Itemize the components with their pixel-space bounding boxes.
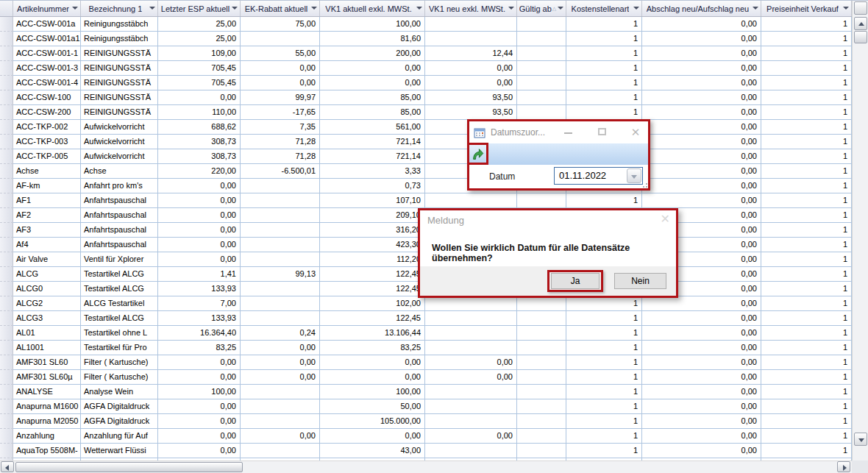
vertical-scroll-thumb[interactable] xyxy=(854,31,867,43)
grid-cell-letzter-esp[interactable]: 133,93 xyxy=(158,311,241,326)
grid-cell-vk1-aktuell[interactable]: 0,00 xyxy=(320,61,425,76)
grid-cell-artikelnummer[interactable]: AF-km xyxy=(13,179,81,193)
grid-cell-abschlag[interactable]: 0,00 xyxy=(642,444,761,458)
grid-cell-vk1-aktuell[interactable]: 423,30 xyxy=(320,238,425,252)
grid-cell-preiseinheit[interactable]: 1 xyxy=(761,444,852,458)
grid-cell-preiseinheit[interactable]: 1 xyxy=(761,32,852,46)
grid-cell-preiseinheit[interactable]: 1 xyxy=(761,296,852,311)
grid-cell-vk1-aktuell[interactable]: 122,45 xyxy=(320,267,425,282)
grid-cell-vk1-neu[interactable]: 0,00 xyxy=(425,76,517,90)
column-header-vk1-aktuell[interactable]: VK1 aktuell exkl. MWSt. xyxy=(320,1,425,16)
grid-cell-ek-rabatt[interactable] xyxy=(241,179,320,193)
grid-cell-ek-rabatt[interactable]: 99,97 xyxy=(241,90,320,105)
grid-cell-kostenstellenart[interactable]: 1 xyxy=(566,32,642,46)
row-header[interactable] xyxy=(0,208,13,223)
grid-cell-ek-rabatt[interactable]: 75,00 xyxy=(241,17,320,32)
grid-cell-gueltig-ab[interactable] xyxy=(517,341,566,355)
grid-cell-letzter-esp[interactable]: 0,00 xyxy=(158,208,241,223)
grid-cell-preiseinheit[interactable]: 1 xyxy=(761,46,852,61)
column-filter-arrow-icon[interactable] xyxy=(232,7,238,10)
row-header[interactable] xyxy=(0,46,13,61)
grid-cell-preiseinheit[interactable]: 1 xyxy=(761,429,852,444)
grid-cell-bezeichnung[interactable]: REINIGUNGSSTÄ xyxy=(81,61,158,76)
grid-cell-artikelnummer[interactable]: ANALYSE xyxy=(13,385,81,399)
grid-cell-preiseinheit[interactable]: 1 xyxy=(761,61,852,76)
grid-cell-kostenstellenart[interactable]: 1 xyxy=(566,341,642,355)
grid-cell-ek-rabatt[interactable]: 0,00 xyxy=(241,341,320,355)
no-button[interactable]: Nein xyxy=(614,273,666,289)
grid-cell-ek-rabatt[interactable] xyxy=(241,444,320,458)
grid-cell-preiseinheit[interactable]: 1 xyxy=(761,252,852,267)
row-header[interactable] xyxy=(0,17,13,32)
grid-cell-ek-rabatt[interactable]: 0,00 xyxy=(241,61,320,76)
grid-cell-artikelnummer[interactable]: ACC-CSW-001-1 xyxy=(13,46,81,61)
grid-cell-ek-rabatt[interactable]: 0,00 xyxy=(241,355,320,370)
grid-cell-artikelnummer[interactable]: ACC-CSW-200 xyxy=(13,105,81,120)
grid-cell-preiseinheit[interactable]: 1 xyxy=(761,208,852,223)
grid-cell-bezeichnung[interactable]: REINIGUNGSSTÄ xyxy=(81,105,158,120)
scroll-up-button[interactable] xyxy=(854,17,867,30)
close-button[interactable]: ✕ xyxy=(626,126,645,139)
row-header[interactable] xyxy=(0,385,13,399)
grid-cell-artikelnummer[interactable]: ACC-CSW-001a1 xyxy=(13,32,81,46)
grid-cell-abschlag[interactable]: 0,00 xyxy=(642,355,761,370)
grid-cell-abschlag[interactable]: 0,00 xyxy=(642,311,761,326)
grid-cell-artikelnummer[interactable]: ACC-TKP-005 xyxy=(13,149,81,164)
column-filter-arrow-icon[interactable] xyxy=(508,7,514,10)
grid-cell-vk1-neu[interactable] xyxy=(425,311,517,326)
grid-cell-vk1-neu[interactable]: 0,00 xyxy=(425,370,517,385)
row-header[interactable] xyxy=(0,267,13,282)
grid-cell-abschlag[interactable]: 0,00 xyxy=(642,120,761,135)
grid-cell-bezeichnung[interactable]: REINIGUNGSSTÄ xyxy=(81,76,158,90)
grid-cell-letzter-esp[interactable]: 0,00 xyxy=(158,399,241,414)
column-header-artikelnummer[interactable]: Artikelnummer xyxy=(13,1,81,16)
grid-cell-artikelnummer[interactable]: AL1001 xyxy=(13,341,81,355)
grid-cell-abschlag[interactable]: 0,00 xyxy=(642,76,761,90)
grid-cell-kostenstellenart[interactable]: 1 xyxy=(566,399,642,414)
column-filter-arrow-icon[interactable] xyxy=(149,7,155,10)
grid-cell-artikelnummer[interactable]: ACC-CSW-001-3 xyxy=(13,61,81,76)
grid-cell-letzter-esp[interactable]: 110,00 xyxy=(158,105,241,120)
grid-cell-letzter-esp[interactable]: 0,00 xyxy=(158,355,241,370)
grid-cell-vk1-aktuell[interactable]: 122,45 xyxy=(320,282,425,296)
grid-cell-bezeichnung[interactable]: Anfahrt pro km's xyxy=(81,179,158,193)
row-header[interactable] xyxy=(0,355,13,370)
grid-cell-abschlag[interactable]: 0,00 xyxy=(642,370,761,385)
grid-cell-preiseinheit[interactable]: 1 xyxy=(761,385,852,399)
row-header[interactable] xyxy=(0,326,13,341)
grid-cell-ek-rabatt[interactable] xyxy=(241,282,320,296)
grid-cell-artikelnummer[interactable]: Anzahlung xyxy=(13,429,81,444)
grid-cell-bezeichnung[interactable]: Filter ( Kartusche) xyxy=(81,355,158,370)
grid-cell-preiseinheit[interactable]: 1 xyxy=(761,76,852,90)
grid-cell-letzter-esp[interactable]: 0,00 xyxy=(158,252,241,267)
grid-cell-preiseinheit[interactable]: 1 xyxy=(761,311,852,326)
grid-cell-preiseinheit[interactable]: 1 xyxy=(761,341,852,355)
grid-cell-vk1-neu[interactable]: 12,44 xyxy=(425,46,517,61)
grid-cell-bezeichnung[interactable]: Aufwickelvorricht xyxy=(81,135,158,149)
grid-cell-kostenstellenart[interactable]: 1 xyxy=(566,105,642,120)
grid-cell-preiseinheit[interactable]: 1 xyxy=(761,238,852,252)
grid-cell-preiseinheit[interactable]: 1 xyxy=(761,164,852,179)
row-header[interactable] xyxy=(0,414,13,429)
grid-cell-bezeichnung[interactable]: Analyse Wein xyxy=(81,385,158,399)
row-header[interactable] xyxy=(0,120,13,135)
grid-cell-vk1-neu[interactable]: 93,50 xyxy=(425,90,517,105)
grid-cell-vk1-aktuell[interactable]: 0,00 xyxy=(320,76,425,90)
grid-cell-letzter-esp[interactable]: 0,00 xyxy=(158,90,241,105)
grid-cell-bezeichnung[interactable]: REINIGUNGSSTÄ xyxy=(81,46,158,61)
grid-cell-kostenstellenart[interactable]: 1 xyxy=(566,444,642,458)
column-filter-arrow-icon[interactable] xyxy=(633,7,639,10)
grid-cell-artikelnummer[interactable]: ALCG xyxy=(13,267,81,282)
grid-cell-vk1-aktuell[interactable]: 43,00 xyxy=(320,444,425,458)
grid-cell-letzter-esp[interactable]: 0,00 xyxy=(158,444,241,458)
grid-cell-ek-rabatt[interactable]: 0,24 xyxy=(241,326,320,341)
grid-cell-vk1-neu[interactable] xyxy=(425,399,517,414)
grid-cell-artikelnummer[interactable]: ACC-CSW-001a xyxy=(13,17,81,32)
grid-cell-vk1-neu[interactable] xyxy=(425,32,517,46)
column-header-vk1-neu[interactable]: VK1 neu exkl. MWSt. xyxy=(425,1,517,16)
grid-cell-vk1-aktuell[interactable]: 209,10 xyxy=(320,208,425,223)
grid-cell-bezeichnung[interactable]: AGFA Digitaldruck xyxy=(81,399,158,414)
grid-cell-kostenstellenart[interactable]: 1 xyxy=(566,46,642,61)
vertical-scrollbar[interactable] xyxy=(852,1,868,461)
grid-cell-abschlag[interactable]: 0,00 xyxy=(642,414,761,429)
